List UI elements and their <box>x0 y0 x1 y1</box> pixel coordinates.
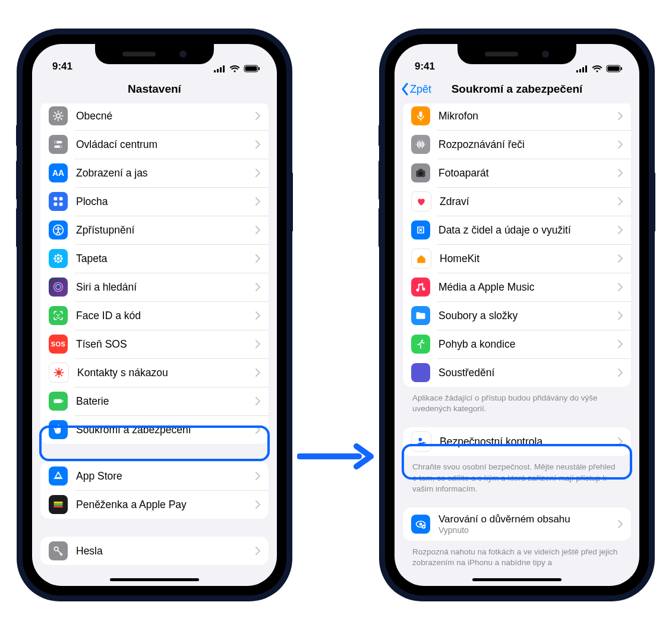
row-label: Face ID a kód <box>76 310 255 322</box>
row-sos[interactable]: SOSTíseň SOS <box>40 330 269 358</box>
motion-icon <box>411 335 430 354</box>
svg-rect-58 <box>419 169 423 171</box>
row-safety-check[interactable]: Bezpečnostní kontrola <box>403 427 631 456</box>
svg-rect-54 <box>621 67 622 70</box>
svg-point-63 <box>419 523 422 526</box>
accessibility-icon <box>49 220 68 239</box>
svg-rect-55 <box>419 112 422 117</box>
camera-icon <box>411 163 430 182</box>
homekit-icon <box>411 248 431 269</box>
row-media[interactable]: Média a Apple Music <box>403 273 631 301</box>
row-health[interactable]: Zdraví <box>403 187 631 216</box>
cellular-icon <box>214 65 226 72</box>
svg-rect-43 <box>54 502 63 503</box>
svg-rect-48 <box>576 70 578 72</box>
battery-icon <box>49 392 68 411</box>
row-label: Soukromí a zabezpečení <box>76 424 255 436</box>
chevron-right-icon <box>618 520 623 528</box>
row-accessibility[interactable]: Zpřístupnění <box>40 216 269 244</box>
chevron-right-icon <box>618 112 623 120</box>
row-sensor[interactable]: Data z čidel a údaje o využití <box>403 216 631 244</box>
home-screen-icon <box>49 192 68 211</box>
row-appstore[interactable]: App Store <box>40 462 269 490</box>
chevron-right-icon <box>618 169 623 177</box>
focus-icon <box>411 363 430 382</box>
row-general[interactable]: Obecné <box>40 103 269 130</box>
row-speech[interactable]: Rozpoznávání řeči <box>403 130 631 159</box>
page-title: Nastavení <box>128 83 181 96</box>
wallet-icon <box>49 495 68 514</box>
row-focus[interactable]: Soustředění <box>403 358 631 387</box>
notch <box>458 44 576 64</box>
svg-line-39 <box>61 369 62 371</box>
row-motion[interactable]: Pohyb a kondice <box>403 330 631 358</box>
privacy-icon <box>49 420 68 439</box>
arrow-icon <box>297 443 374 472</box>
sensor-icon <box>411 220 430 239</box>
back-label: Zpět <box>410 83 431 96</box>
row-label: App Store <box>76 470 255 483</box>
row-control-center[interactable]: Ovládací centrum <box>40 130 269 159</box>
row-passwords[interactable]: Hesla <box>40 537 269 565</box>
settings-group: MikrofonRozpoznávání řečiFotoaparátZdrav… <box>403 103 631 387</box>
nav-bar-left: Nastavení <box>32 74 277 105</box>
svg-rect-13 <box>59 197 63 201</box>
wifi-icon <box>229 65 240 72</box>
row-label: Mikrofon <box>438 110 618 122</box>
row-display[interactable]: AAZobrazení a jas <box>40 159 269 187</box>
svg-rect-50 <box>582 67 584 72</box>
row-home-screen[interactable]: Plocha <box>40 187 269 216</box>
row-label: Zdraví <box>440 196 618 208</box>
row-camera[interactable]: Fotoaparát <box>403 159 631 187</box>
row-files[interactable]: Soubory a složky <box>403 301 631 330</box>
chevron-right-icon <box>618 226 623 234</box>
chevron-right-icon <box>255 397 260 405</box>
row-label: Rozpoznávání řeči <box>438 138 618 151</box>
row-wallet[interactable]: Peněženka a Apple Pay <box>40 490 269 519</box>
row-homekit[interactable]: HomeKit <box>403 244 631 273</box>
row-label: Kontakty s nákazou <box>77 367 255 379</box>
svg-line-36 <box>55 369 57 371</box>
chevron-right-icon <box>255 472 260 480</box>
svg-line-38 <box>55 374 57 376</box>
chevron-right-icon <box>618 283 623 291</box>
row-exposure[interactable]: Kontakty s nákazou <box>40 358 269 387</box>
status-icons <box>214 65 260 72</box>
row-faceid[interactable]: Face ID a kód <box>40 301 269 330</box>
group-footer: Chraňte svou osobní bezpečnost. Mějte ne… <box>412 462 621 494</box>
row-label: Fotoaparát <box>438 167 618 179</box>
page-title: Soukromí a zabezpečení <box>452 83 583 96</box>
row-microphone[interactable]: Mikrofon <box>403 103 631 130</box>
wallpaper-icon <box>49 249 68 268</box>
row-label: Soubory a složky <box>438 310 618 322</box>
svg-point-11 <box>60 146 62 147</box>
row-label: Pohyb a kondice <box>438 338 618 351</box>
svg-rect-1 <box>217 69 219 72</box>
row-siri[interactable]: Siri a hledání <box>40 273 269 301</box>
row-label: Soustředění <box>438 367 618 379</box>
settings-group: Bezpečnostní kontrola <box>403 427 631 456</box>
svg-rect-0 <box>214 70 216 72</box>
status-time: 9:41 <box>52 61 72 72</box>
svg-point-60 <box>418 438 422 442</box>
svg-point-19 <box>57 254 59 256</box>
row-sensitive[interactable]: Varování o důvěrném obsahuVypnuto <box>403 507 631 541</box>
home-indicator <box>110 578 199 581</box>
row-label: Plocha <box>76 196 255 208</box>
row-label: Varování o důvěrném obsahu <box>438 513 618 525</box>
chevron-right-icon <box>255 169 260 177</box>
svg-point-7 <box>56 114 61 118</box>
cellular-icon <box>576 65 588 72</box>
svg-rect-51 <box>585 65 587 72</box>
row-label: Siri a hledání <box>76 281 255 294</box>
row-privacy[interactable]: Soukromí a zabezpečení <box>40 415 269 444</box>
svg-point-59 <box>421 340 423 342</box>
chevron-right-icon <box>618 368 623 377</box>
row-battery[interactable]: Baterie <box>40 387 269 415</box>
back-button[interactable]: Zpět <box>400 74 431 105</box>
svg-point-29 <box>56 314 58 316</box>
chevron-right-icon <box>255 368 260 377</box>
row-wallpaper[interactable]: Tapeta <box>40 244 269 273</box>
home-indicator <box>472 578 561 581</box>
chevron-right-icon <box>618 437 623 446</box>
